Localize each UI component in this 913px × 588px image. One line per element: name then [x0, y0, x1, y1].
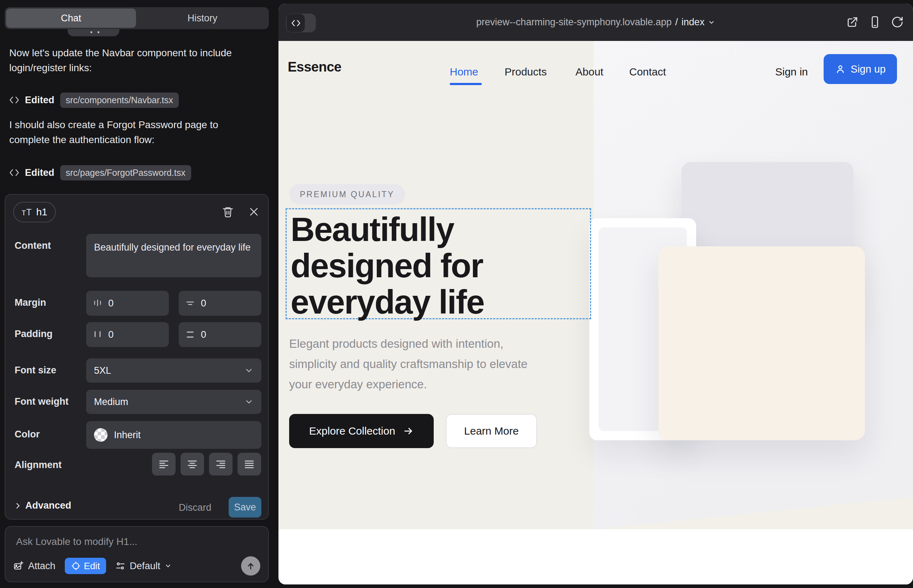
send-button[interactable] [241, 556, 260, 575]
preview-panel: preview--charming-site-symphony.lovable.… [278, 3, 913, 585]
nav-active-underline [450, 83, 482, 85]
content-label: Content [15, 240, 51, 251]
hero-paragraph: Elegant products designed with intention… [289, 333, 553, 394]
margin-label: Margin [15, 297, 46, 308]
align-left-icon [159, 459, 169, 470]
url-page: index [682, 17, 705, 28]
padding-horizontal-icon [92, 330, 102, 339]
edited-file-row: Edited src/pages/ForgotPassword.tsx [9, 165, 191, 181]
selected-tag-pill: тT h1 [13, 202, 56, 223]
font-weight-select[interactable]: Medium [86, 390, 261, 414]
padding-y-input[interactable]: 0 [179, 322, 261, 347]
explore-collection-button[interactable]: Explore Collection [289, 414, 434, 448]
align-center-icon [187, 459, 197, 470]
app-window: Chat History Now let's update the Navbar… [0, 0, 913, 588]
alignment-buttons [152, 453, 261, 475]
nav-link-about[interactable]: About [575, 66, 603, 78]
alignment-label: Alignment [15, 459, 62, 470]
learn-more-button[interactable]: Learn More [446, 414, 537, 448]
font-weight-label: Font weight [15, 396, 68, 407]
dot [91, 31, 92, 33]
tab-chat[interactable]: Chat [6, 8, 136, 28]
arrow-up-icon [246, 561, 255, 570]
refresh-button[interactable] [891, 16, 904, 29]
url-domain: preview--charming-site-symphony.lovable.… [476, 17, 672, 28]
color-swatch [94, 428, 108, 442]
save-button[interactable]: Save [228, 497, 261, 517]
align-justify-icon [244, 459, 254, 470]
premium-badge: PREMIUM QUALITY [289, 184, 405, 205]
margin-vertical-icon [185, 298, 195, 308]
edited-file-row: Edited src/components/Navbar.tsx [9, 92, 179, 108]
element-editor-panel: тT h1 Content Beautifully designed for e… [5, 194, 269, 520]
color-label: Color [15, 429, 40, 440]
nav-link-products[interactable]: Products [505, 66, 547, 78]
open-external-button[interactable] [846, 16, 859, 29]
chevron-right-icon [14, 502, 22, 510]
sidebar-tabbar: Chat History [5, 7, 269, 29]
edit-mode-button[interactable]: Edit [65, 558, 107, 574]
sign-in-link[interactable]: Sign in [775, 66, 808, 78]
chevron-down-icon [708, 19, 715, 26]
scrolled-badge-peek [68, 29, 119, 36]
align-left-button[interactable] [152, 453, 176, 475]
align-justify-button[interactable] [238, 453, 261, 475]
dot [97, 31, 99, 33]
chevron-down-icon [244, 397, 254, 407]
advanced-toggle[interactable]: Advanced [14, 500, 71, 511]
composer-toolbar: Attach Edit Default [13, 556, 260, 576]
padding-label: Padding [15, 328, 53, 339]
chat-message: Now let's update the Navbar component to… [9, 45, 237, 76]
nav-link-contact[interactable]: Contact [629, 66, 666, 78]
arrow-right-icon [403, 426, 414, 436]
chat-message: I should also create a Forgot Password p… [9, 118, 237, 147]
tab-history[interactable]: History [138, 8, 267, 28]
margin-y-input[interactable]: 0 [179, 291, 261, 316]
file-chip[interactable]: src/components/Navbar.tsx [60, 92, 179, 108]
browser-actions [846, 16, 904, 29]
sign-up-button[interactable]: Sign up [824, 54, 897, 84]
sliders-icon [115, 561, 125, 571]
model-default-button[interactable]: Default [115, 561, 172, 572]
align-right-button[interactable] [209, 453, 233, 475]
user-icon [835, 64, 846, 74]
file-chip[interactable]: src/pages/ForgotPassword.tsx [60, 165, 191, 181]
selected-tag-name: h1 [36, 207, 47, 218]
chevron-down-icon [165, 562, 172, 570]
margin-x-input[interactable]: 0 [86, 291, 169, 316]
align-center-button[interactable] [181, 453, 204, 475]
edited-label: Edited [25, 95, 55, 106]
url-separator: / [675, 17, 678, 28]
image-plus-icon [13, 561, 24, 571]
mobile-view-button[interactable] [868, 16, 881, 29]
chevron-down-icon [244, 366, 254, 375]
nav-link-home[interactable]: Home [450, 66, 478, 78]
delete-element-button[interactable] [222, 205, 235, 218]
discard-button[interactable]: Discard [179, 502, 212, 513]
padding-vertical-icon [185, 330, 195, 339]
code-icon [9, 95, 19, 105]
color-field[interactable]: Inherit [86, 421, 261, 449]
close-icon[interactable] [248, 206, 261, 219]
content-textarea[interactable]: Beautifully designed for everyday life [86, 234, 261, 277]
crosshair-icon [71, 561, 81, 570]
padding-x-input[interactable]: 0 [86, 322, 169, 347]
decorative-card-cream [659, 246, 865, 440]
attach-button[interactable]: Attach [13, 561, 55, 572]
site-logo[interactable]: Essence [288, 60, 342, 75]
font-size-select[interactable]: 5XL [86, 359, 261, 383]
browser-bar: preview--charming-site-symphony.lovable.… [278, 3, 913, 41]
url-bar[interactable]: preview--charming-site-symphony.lovable.… [278, 3, 913, 41]
align-right-icon [215, 459, 226, 470]
code-icon [9, 168, 19, 178]
composer-placeholder[interactable]: Ask Lovable to modify H1... [16, 536, 138, 548]
chat-composer[interactable]: Ask Lovable to modify H1... Attach Edit … [5, 526, 269, 582]
margin-horizontal-icon [92, 298, 102, 308]
hero-heading[interactable]: Beautifully designed for everyday life [291, 212, 484, 320]
font-size-label: Font size [15, 365, 56, 376]
edited-label: Edited [25, 167, 55, 178]
type-icon: тT [22, 207, 32, 218]
site-viewport: Essence Home Products About Contact Sign… [278, 41, 913, 585]
